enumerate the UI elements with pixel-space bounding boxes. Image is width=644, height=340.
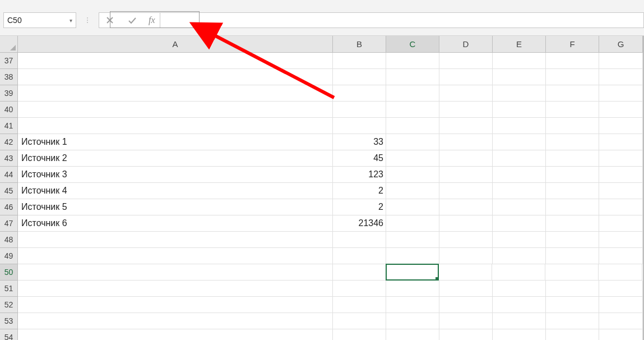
cell[interactable] [546,215,599,232]
cell[interactable] [493,199,546,215]
cell[interactable] [546,150,599,167]
cell[interactable] [439,215,493,232]
cell[interactable] [546,118,599,134]
cell[interactable] [599,53,643,69]
row-header[interactable]: 38 [0,69,18,85]
cell[interactable] [493,69,546,85]
cell[interactable] [599,118,643,134]
cell[interactable] [439,85,493,102]
cell[interactable]: Источник 3 [18,167,333,183]
cell[interactable] [18,102,333,118]
cell[interactable] [18,313,333,329]
cell[interactable] [546,297,599,313]
cell[interactable] [386,134,439,150]
row-header[interactable]: 47 [0,215,18,232]
cell[interactable] [333,69,386,85]
cell[interactable] [439,297,493,313]
cell[interactable] [386,281,439,297]
cell[interactable] [386,183,439,199]
cell[interactable] [333,248,386,264]
cell[interactable] [493,53,546,69]
cell[interactable] [386,85,439,102]
cell[interactable] [18,329,333,340]
cell[interactable] [439,118,493,134]
column-header[interactable]: E [493,36,546,52]
column-header[interactable]: B [333,36,386,52]
cell[interactable] [599,264,642,281]
cell[interactable]: 33 [333,134,386,150]
cell[interactable] [493,313,546,329]
cell[interactable] [18,232,333,248]
cell[interactable] [546,85,599,102]
row-header[interactable]: 46 [0,199,18,215]
row-header[interactable]: 50 [0,264,18,281]
cell[interactable]: 2 [333,183,386,199]
cell[interactable]: 2 [333,199,386,215]
row-header[interactable]: 40 [0,102,18,118]
cell[interactable] [386,53,439,69]
cell[interactable] [333,281,386,297]
chevron-down-icon[interactable]: ▾ [68,17,73,23]
cell[interactable] [546,53,599,69]
cell[interactable] [493,102,546,118]
cell[interactable] [493,134,546,150]
cell[interactable] [599,85,643,102]
cell[interactable]: Источник 1 [18,134,333,150]
cell[interactable] [439,313,493,329]
cell[interactable]: 45 [333,150,386,167]
cell[interactable] [546,102,599,118]
cell[interactable] [386,297,439,313]
row-header[interactable]: 53 [0,313,18,329]
cell[interactable] [386,167,439,183]
cell[interactable] [439,329,493,340]
cell[interactable] [546,69,599,85]
cell[interactable] [493,232,546,248]
cell[interactable] [599,329,643,340]
row-header[interactable]: 43 [0,150,18,167]
row-header[interactable]: 49 [0,248,18,264]
cell[interactable] [599,215,643,232]
cell[interactable] [546,134,599,150]
cell[interactable] [546,232,599,248]
cell[interactable] [333,264,386,281]
cell[interactable] [546,199,599,215]
row-header[interactable]: 37 [0,53,18,69]
cell[interactable] [333,297,386,313]
row-header[interactable]: 42 [0,134,18,150]
cell[interactable] [545,264,599,281]
cell[interactable] [599,134,643,150]
cell[interactable] [18,85,333,102]
cell[interactable] [333,53,386,69]
cell[interactable] [18,297,333,313]
cell[interactable] [386,248,439,264]
cell[interactable] [333,313,386,329]
name-box[interactable]: C50 ▾ [3,12,76,28]
cell[interactable] [386,199,439,215]
cell[interactable] [546,183,599,199]
cell[interactable] [386,150,439,167]
cell[interactable] [333,232,386,248]
cell[interactable] [546,167,599,183]
row-header[interactable]: 41 [0,118,18,134]
cell[interactable] [439,167,493,183]
cell[interactable]: 21346 [333,215,386,232]
cell[interactable] [493,248,546,264]
cell[interactable] [18,53,333,69]
cell[interactable] [439,53,493,69]
confirm-formula-button[interactable] [126,14,138,26]
cell[interactable] [599,313,643,329]
cell[interactable] [599,167,643,183]
cell[interactable] [386,102,439,118]
cell[interactable] [333,85,386,102]
cell[interactable] [439,281,493,297]
column-header[interactable]: F [546,36,599,52]
cell[interactable] [493,85,546,102]
cell[interactable] [386,313,439,329]
cell[interactable] [18,118,333,134]
cell[interactable] [333,102,386,118]
cell[interactable] [493,167,546,183]
cell[interactable] [493,297,546,313]
cell[interactable] [599,297,643,313]
cell[interactable] [18,264,333,281]
cell[interactable] [439,248,493,264]
